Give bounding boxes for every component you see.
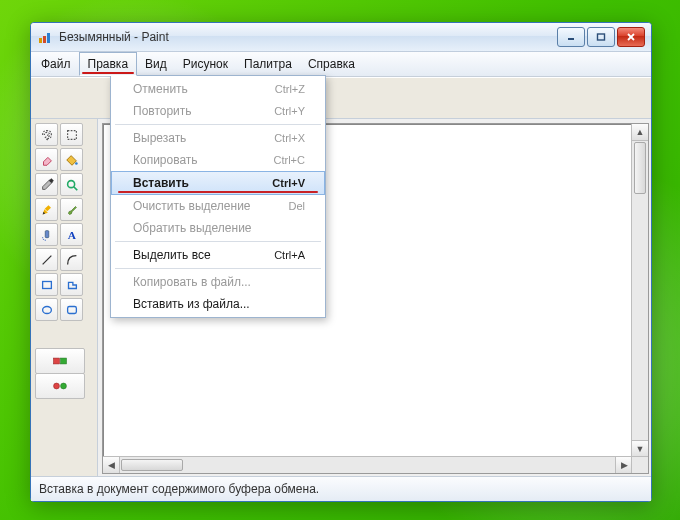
svg-point-18 [44, 239, 45, 240]
menu-item-label: Вырезать [133, 131, 186, 145]
close-button[interactable] [617, 27, 645, 47]
svg-marker-8 [43, 157, 51, 165]
svg-point-29 [61, 383, 67, 389]
statusbar: Вставка в документ содержимого буфера об… [31, 476, 651, 501]
menu-item-label: Отменить [133, 82, 188, 96]
edit-menu-dropdown: ОтменитьCtrl+ZПовторитьCtrl+YВырезатьCtr… [110, 75, 326, 318]
horizontal-scrollbar[interactable]: ◀ ▶ [103, 456, 632, 473]
vertical-scroll-thumb[interactable] [634, 142, 646, 194]
toolbox: A [31, 119, 98, 476]
free-select-icon[interactable] [35, 123, 58, 146]
menu-item: Обратить выделение [111, 217, 325, 239]
menu-правка[interactable]: Правка [79, 52, 138, 76]
fill-icon[interactable] [60, 148, 83, 171]
svg-point-9 [75, 162, 78, 165]
svg-point-17 [42, 238, 43, 239]
vertical-scrollbar[interactable]: ▲ ▼ [631, 124, 648, 457]
menu-item-shortcut: Del [288, 200, 305, 212]
menu-item: ПовторитьCtrl+Y [111, 100, 325, 122]
scroll-right-button[interactable]: ▶ [615, 457, 632, 473]
airbrush-icon[interactable] [35, 223, 58, 246]
svg-point-11 [67, 180, 74, 187]
svg-line-21 [42, 255, 51, 264]
status-text: Вставка в документ содержимого буфера об… [39, 482, 319, 496]
menu-item-shortcut: Ctrl+Z [275, 83, 305, 95]
svg-line-12 [73, 186, 77, 190]
desktop-background: Безымянный - Paint ФайлПравкаВидРисунокП… [0, 0, 680, 520]
menu-item[interactable]: ВставитьCtrl+V [111, 171, 325, 195]
scroll-down-button[interactable]: ▼ [632, 440, 648, 457]
titlebar[interactable]: Безымянный - Paint [31, 23, 651, 52]
svg-rect-14 [44, 205, 50, 211]
text-icon[interactable]: A [60, 223, 83, 246]
svg-rect-22 [42, 281, 51, 288]
pencil-icon[interactable] [35, 198, 58, 221]
maximize-button[interactable] [587, 27, 615, 47]
option-b-icon[interactable] [35, 373, 85, 399]
menu-item-label: Выделить все [133, 248, 211, 262]
roundrect-icon[interactable] [60, 298, 83, 321]
menu-item-label: Копировать [133, 153, 198, 167]
magnifier-icon[interactable] [60, 173, 83, 196]
ellipse-icon[interactable] [35, 298, 58, 321]
picker-icon[interactable] [35, 173, 58, 196]
menu-item: ОтменитьCtrl+Z [111, 78, 325, 100]
menu-вид[interactable]: Вид [137, 52, 175, 76]
svg-rect-26 [54, 358, 60, 364]
curve-icon[interactable] [60, 248, 83, 271]
window-title: Безымянный - Paint [59, 30, 557, 44]
svg-rect-2 [47, 33, 50, 43]
menu-item-shortcut: Ctrl+X [274, 132, 305, 144]
menu-item: ВырезатьCtrl+X [111, 127, 325, 149]
menu-рисунок[interactable]: Рисунок [175, 52, 236, 76]
size-grip[interactable] [631, 456, 648, 473]
menu-item-label: Обратить выделение [133, 221, 252, 235]
menu-separator [115, 124, 321, 125]
svg-rect-16 [45, 230, 49, 237]
svg-rect-27 [61, 358, 67, 364]
menu-item-shortcut: Ctrl+Y [274, 105, 305, 117]
rect-icon[interactable] [35, 273, 58, 296]
menu-файл[interactable]: Файл [33, 52, 79, 76]
rect-select-icon[interactable] [60, 123, 83, 146]
polygon-icon[interactable] [60, 273, 83, 296]
menu-item-shortcut: Ctrl+A [274, 249, 305, 261]
horizontal-scroll-thumb[interactable] [121, 459, 183, 471]
menubar: ФайлПравкаВидРисунокПалитраСправка [31, 52, 651, 77]
app-icon [37, 29, 53, 45]
svg-text:A: A [67, 229, 76, 241]
eraser-icon[interactable] [35, 148, 58, 171]
menu-separator [115, 241, 321, 242]
svg-point-24 [42, 306, 51, 313]
scroll-up-button[interactable]: ▲ [632, 124, 648, 141]
menu-справка[interactable]: Справка [300, 52, 363, 76]
svg-rect-1 [43, 36, 46, 43]
menu-item[interactable]: Вставить из файла... [111, 293, 325, 315]
menu-separator [115, 268, 321, 269]
menu-item: Копировать в файл... [111, 271, 325, 293]
option-a-icon[interactable] [35, 348, 85, 374]
menu-item: Очистить выделениеDel [111, 195, 325, 217]
svg-point-19 [41, 236, 42, 237]
menu-item-label: Копировать в файл... [133, 275, 251, 289]
svg-rect-4 [598, 34, 605, 40]
window-controls [557, 27, 645, 47]
menu-item: КопироватьCtrl+C [111, 149, 325, 171]
svg-rect-0 [39, 38, 42, 43]
minimize-button[interactable] [557, 27, 585, 47]
menu-item-label: Очистить выделение [133, 199, 251, 213]
scroll-left-button[interactable]: ◀ [103, 457, 120, 473]
paint-window: Безымянный - Paint ФайлПравкаВидРисунокП… [30, 22, 652, 502]
menu-item[interactable]: Выделить всеCtrl+A [111, 244, 325, 266]
menu-item-label: Вставить [133, 176, 189, 190]
svg-rect-7 [67, 130, 76, 139]
brush-icon[interactable] [60, 198, 83, 221]
menu-палитра[interactable]: Палитра [236, 52, 300, 76]
menu-item-shortcut: Ctrl+V [272, 177, 305, 189]
menu-item-label: Вставить из файла... [133, 297, 250, 311]
menu-item-label: Повторить [133, 104, 192, 118]
line-icon[interactable] [35, 248, 58, 271]
svg-marker-23 [68, 282, 76, 288]
menu-item-shortcut: Ctrl+C [274, 154, 305, 166]
svg-rect-25 [67, 306, 76, 313]
